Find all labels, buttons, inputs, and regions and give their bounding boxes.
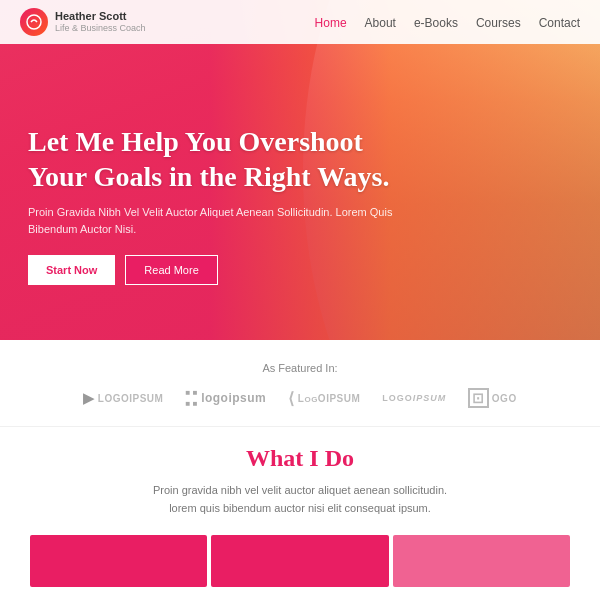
logo-tagline: Life & Business Coach	[55, 23, 146, 34]
logo-text: Heather Scott Life & Business Coach	[55, 10, 146, 34]
logo-2-text: logoipsum	[201, 391, 266, 405]
logo-5-text: OGO	[492, 393, 517, 404]
section-title: What I Do	[28, 445, 572, 472]
logo-1-text: LOGOIPSUM	[98, 393, 164, 404]
featured-section: As Featured In: ▶ LOGOIPSUM ■■■■ logoips…	[0, 340, 600, 426]
logo-5-icon: ⊡	[468, 388, 489, 408]
read-more-button[interactable]: Read More	[125, 255, 217, 285]
nav-item-about[interactable]: About	[365, 13, 396, 31]
logo-4: LOGOIPSUM	[382, 393, 446, 403]
logo-3: ⟨ LOGOIPSUM	[288, 389, 360, 408]
logo-1: ▶ LOGOIPSUM	[83, 390, 163, 406]
nav-item-contact[interactable]: Contact	[539, 13, 580, 31]
hero-section: Let Me Help You Overshoot Your Goals in …	[0, 0, 600, 340]
logo-3-text: LOGOIPSUM	[298, 393, 361, 404]
logo-2-icon: ■■■■	[185, 388, 198, 408]
hero-content: Let Me Help You Overshoot Your Goals in …	[28, 124, 408, 285]
nav-links: Home About e-Books Courses Contact	[315, 13, 580, 31]
logo-4-text: LOGOIPSUM	[382, 393, 446, 403]
what-i-do-section: What I Do Proin gravida nibh vel velit a…	[0, 427, 600, 600]
logo-5: ⊡ OGO	[468, 388, 516, 408]
hero-subtitle: Proin Gravida Nibh Vel Velit Auctor Aliq…	[28, 204, 408, 237]
nav-item-courses[interactable]: Courses	[476, 13, 521, 31]
card-1[interactable]	[30, 535, 207, 587]
card-3[interactable]	[393, 535, 570, 587]
logo-name: Heather Scott	[55, 10, 127, 22]
card-2[interactable]	[211, 535, 388, 587]
svg-point-0	[27, 15, 41, 29]
start-now-button[interactable]: Start Now	[28, 255, 115, 285]
navbar: Heather Scott Life & Business Coach Home…	[0, 0, 600, 44]
section-desc: Proin gravida nibh vel velit auctor aliq…	[140, 482, 460, 517]
featured-label: As Featured In:	[28, 362, 572, 374]
logo-row: ▶ LOGOIPSUM ■■■■ logoipsum ⟨ LOGOIPSUM L…	[28, 388, 572, 408]
nav-item-home[interactable]: Home	[315, 13, 347, 31]
logo-2: ■■■■ logoipsum	[185, 388, 266, 408]
hero-buttons: Start Now Read More	[28, 255, 408, 285]
nav-item-ebooks[interactable]: e-Books	[414, 13, 458, 31]
cards-row	[28, 535, 572, 587]
logo[interactable]: Heather Scott Life & Business Coach	[20, 8, 146, 36]
logo-icon	[20, 8, 48, 36]
logo-1-icon: ▶	[83, 390, 95, 406]
logo-3-icon: ⟨	[288, 389, 295, 408]
hero-title: Let Me Help You Overshoot Your Goals in …	[28, 124, 408, 194]
